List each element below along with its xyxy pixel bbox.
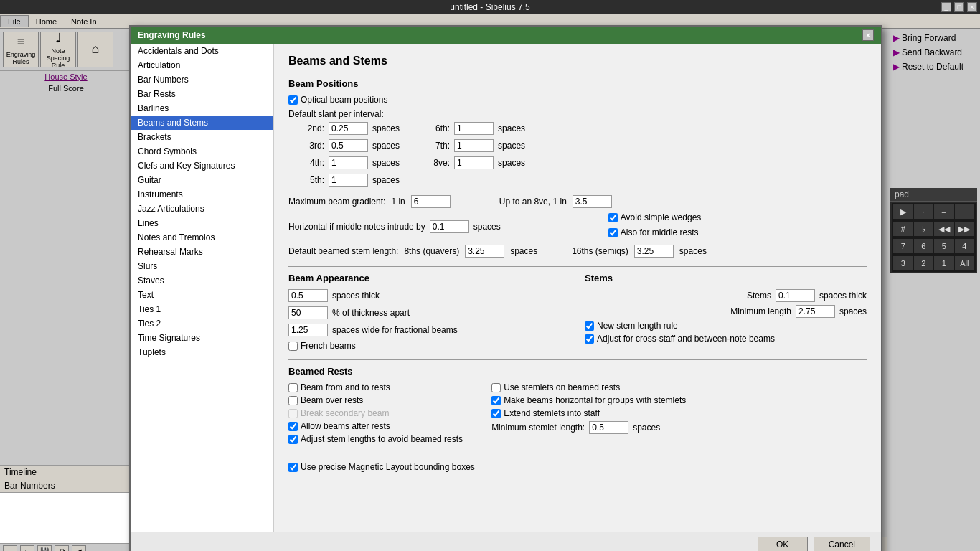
optical-beam-checkbox[interactable] (288, 95, 298, 105)
break-secondary-checkbox (288, 409, 298, 418)
dialog-title-text: Engraving Rules (138, 30, 206, 40)
dialog-list-item[interactable]: Jazz Articulations (131, 202, 273, 216)
avoid-wedges-checkbox[interactable] (608, 213, 618, 222)
min-length-unit: spaces (839, 306, 867, 316)
timeline-header: Timeline (0, 466, 132, 479)
slant-5th-label: 5th: (303, 175, 324, 185)
slant-2nd-label: 2nd: (303, 123, 324, 133)
make-beams-horizontal-row: Make beams horizontal for groups with st… (491, 395, 686, 405)
dialog-list-item[interactable]: Staves (131, 273, 273, 288)
precise-magnetic-checkbox[interactable] (288, 463, 298, 472)
dialog-list-item[interactable]: Articulation (131, 58, 273, 72)
dialog-list: Accidentals and DotsArticulationBar Numb… (131, 44, 274, 532)
horizontal-row: Horizontal if middle notes intrude by sp… (288, 212, 501, 240)
dialog-list-item[interactable]: Beams and Stems (131, 116, 273, 130)
beam-thickness-row: spaces thick (288, 289, 570, 302)
16ths-input[interactable] (634, 245, 674, 258)
make-beams-horizontal-checkbox[interactable] (491, 396, 501, 405)
ok-button[interactable]: OK (758, 537, 808, 551)
extend-stemlets-checkbox[interactable] (491, 409, 501, 418)
window-controls[interactable]: _ □ × (941, 2, 977, 12)
use-stemlets-checkbox[interactable] (491, 383, 501, 392)
dialog-list-item[interactable]: Instruments (131, 187, 273, 202)
dialog-list-item[interactable]: Ties 1 (131, 302, 273, 316)
slant-7th-input[interactable] (454, 139, 494, 152)
dialog-list-item[interactable]: Barlines (131, 101, 273, 116)
new-stem-rule-checkbox[interactable] (585, 321, 594, 331)
beam-pct-input[interactable] (288, 306, 328, 319)
close-button[interactable]: × (967, 2, 977, 12)
use-stemlets-row: Use stemlets on beamed rests (491, 382, 686, 392)
min-stemlet-length-input[interactable] (589, 421, 628, 434)
max-gradient-input[interactable] (411, 195, 451, 208)
cancel-button[interactable]: Cancel (814, 537, 870, 551)
engraving-rules-dialog: Engraving Rules × Accidentals and DotsAr… (129, 25, 882, 551)
maximize-button[interactable]: □ (954, 2, 964, 12)
tab-home[interactable]: Home (29, 16, 64, 27)
dialog-list-item[interactable]: Lines (131, 216, 273, 230)
beam-from-to-rests-label: Beam from and to rests (301, 382, 390, 392)
slant-2nd-input[interactable] (329, 122, 368, 135)
note-spacing-rule-tool[interactable]: ♩ Note Spacing Rule (40, 32, 76, 67)
timeline-arrow-btn[interactable]: ◀ (72, 545, 86, 551)
stems-thickness-input[interactable] (776, 289, 815, 302)
make-beams-horizontal-label: Make beams horizontal for groups with st… (504, 395, 686, 405)
dialog-list-item[interactable]: Slurs (131, 259, 273, 273)
horizontal-input[interactable] (430, 220, 469, 233)
slant-5th-unit: spaces (372, 175, 400, 185)
slant-4th-input[interactable] (329, 156, 368, 169)
slant-6th-unit: spaces (498, 123, 525, 133)
slant-5th-input[interactable] (329, 174, 368, 187)
note-spacing-label: Note Spacing Rule (41, 47, 75, 69)
dialog-close-button[interactable]: × (862, 29, 874, 41)
slant-6th-input[interactable] (454, 122, 494, 135)
engraving-rules-tool[interactable]: ≡ Engraving Rules (3, 32, 39, 67)
dialog-list-item[interactable]: Clefs and Key Signatures (131, 159, 273, 173)
wedges-section: Avoid simple wedges Also for middle rest… (608, 212, 702, 240)
timeline-disk-btn[interactable]: 💾 (37, 545, 52, 551)
min-length-input[interactable] (796, 305, 835, 318)
slant-3rd-input[interactable] (329, 139, 368, 152)
slant-4th-label: 4th: (303, 158, 324, 168)
dialog-list-item[interactable]: Text (131, 288, 273, 302)
house-style-tool[interactable]: ⌂ (77, 32, 113, 67)
beam-from-to-rests-checkbox[interactable] (288, 383, 298, 392)
tab-file[interactable]: File (0, 15, 29, 27)
house-style-link[interactable]: House Style (0, 71, 132, 83)
french-beams-checkbox[interactable] (288, 342, 298, 351)
dialog-list-item[interactable]: Notes and Tremolos (131, 230, 273, 245)
dialog-list-item[interactable]: Chord Symbols (131, 144, 273, 159)
dialog-list-item[interactable]: Rehearsal Marks (131, 245, 273, 259)
dialog-list-item[interactable]: Bar Numbers (131, 72, 273, 87)
8ths-label: 8ths (quavers) (404, 246, 459, 256)
beam-thickness-input[interactable] (288, 289, 328, 302)
beam-thickness-label: spaces thick (332, 291, 380, 301)
minimize-button[interactable]: _ (941, 2, 951, 12)
french-beams-row: French beams (288, 341, 570, 351)
tab-note-in[interactable]: Note In (64, 16, 103, 27)
slant-8ve-input[interactable] (454, 156, 494, 169)
fractional-beams-input[interactable] (288, 324, 328, 336)
8ths-input[interactable] (465, 245, 504, 258)
default-slant-label: Default slant per interval: (288, 109, 384, 119)
stem-length-row: Default beamed stem length: 8ths (quaver… (288, 245, 867, 258)
optical-beam-row: Optical beam positions (288, 95, 867, 105)
dialog-list-item[interactable]: Guitar (131, 173, 273, 187)
dialog-list-item[interactable]: Time Signatures (131, 331, 273, 345)
allow-beams-after-rests-checkbox[interactable] (288, 422, 298, 431)
timeline-minus-btn[interactable]: − (3, 545, 17, 551)
timeline-stop-btn[interactable]: □ (20, 545, 34, 551)
stems-title: Stems (585, 273, 867, 283)
dialog-list-item[interactable]: Accidentals and Dots (131, 44, 273, 58)
dialog-list-item[interactable]: Brackets (131, 130, 273, 144)
dialog-list-item[interactable]: Bar Rests (131, 87, 273, 101)
max-gradient-8ve-input[interactable] (573, 195, 612, 208)
adjust-cross-staff-checkbox[interactable] (585, 334, 594, 344)
dialog-list-item[interactable]: Ties 2 (131, 316, 273, 331)
beam-over-rests-checkbox[interactable] (288, 396, 298, 405)
middle-rests-checkbox[interactable] (608, 228, 618, 237)
timeline-settings-btn[interactable]: ⚙ (55, 545, 69, 551)
adjust-stem-lengths-checkbox[interactable] (288, 435, 298, 444)
dialog-list-item[interactable]: Tuplets (131, 345, 273, 359)
full-score-label: Full Score (0, 83, 132, 94)
